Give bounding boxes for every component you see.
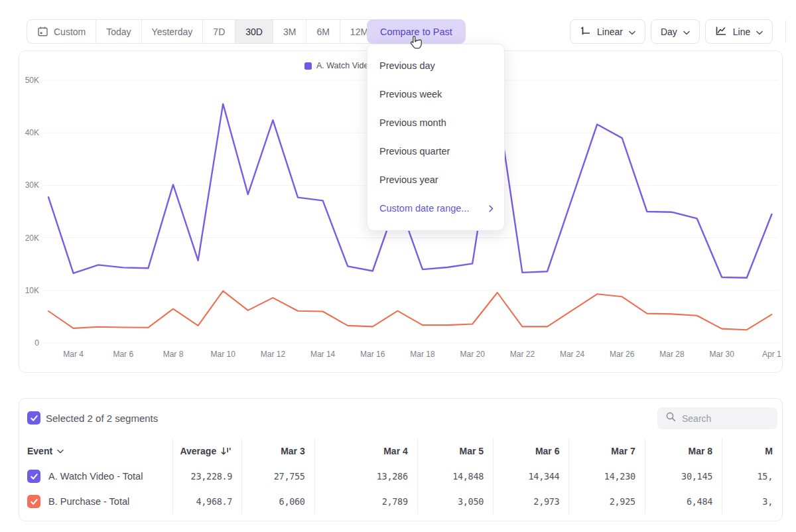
chart-type-dropdown-button[interactable]: Line [705,19,773,44]
legend-label: A. Watch Video [316,61,373,70]
chart-type-label: Line [733,27,750,37]
x-axis-tick: Apr 1 [762,350,781,359]
range-button-30d[interactable]: 30D [235,20,273,43]
value-cell: 23,228.9 [172,464,242,489]
chevron-down-icon [756,27,763,37]
range-button-custom[interactable]: Custom [27,20,96,43]
x-axis-tick: Mar 16 [360,350,385,359]
segments-table: EventAverageMar 3Mar 4Mar 5Mar 6Mar 7Mar… [19,438,782,514]
value-cell: 3,050 [417,489,493,514]
column-header-mar-7: Mar 7 [569,438,645,464]
chevron-right-icon [489,205,494,212]
column-header-label: Event [27,446,52,456]
range-button-3m[interactable]: 3M [273,20,306,43]
column-header-mar-3: Mar 3 [242,438,315,464]
chevron-down-icon [57,449,64,454]
menu-item-previous-year[interactable]: Previous year [367,166,504,194]
column-header-mar-5: Mar 5 [417,438,493,464]
x-axis-tick: Mar 6 [113,350,133,359]
x-axis-tick: Mar 14 [310,350,336,359]
range-button-label: 7D [213,27,225,37]
column-header-mar-6: Mar 6 [494,438,569,464]
value-cell: 2,789 [314,489,417,514]
range-button-today[interactable]: Today [96,20,141,43]
value-cell: 2,925 [569,489,645,514]
menu-item-previous-month[interactable]: Previous month [367,109,504,137]
legend-swatch [304,62,312,70]
chevron-down-icon [629,27,635,37]
date-range-segmented-control: CustomTodayYesterday7D30D3M6M12M [27,19,379,44]
menu-item-custom-date-range[interactable]: Custom date range... [367,194,504,223]
sort-descending-icon [221,446,232,456]
value-cell: 2,973 [494,489,569,514]
x-axis-tick: Mar 26 [610,350,635,359]
x-axis-tick: Mar 12 [261,350,286,359]
search-input[interactable] [682,413,768,424]
column-header-label: Average [180,446,216,456]
menu-item-previous-week[interactable]: Previous week [367,80,504,109]
x-axis-tick: Mar 22 [510,350,535,359]
y-axis-tick: 40K [25,128,39,137]
segment-checkbox[interactable] [27,495,40,508]
column-header-mar-4: Mar 4 [314,438,417,464]
calendar-icon [37,26,48,37]
interval-dropdown-button[interactable]: Day [651,19,700,44]
scale-label: Linear [597,27,623,37]
clipped-control-edge [785,21,786,42]
y-axis-tick: 20K [25,233,39,243]
compare-to-past-menu: Previous dayPrevious weekPrevious monthP… [367,44,505,231]
search-box[interactable] [657,407,777,429]
line-chart-icon [715,26,727,38]
column-header-average[interactable]: Average [172,438,242,464]
interval-label: Day [661,27,677,37]
scale-dropdown-button[interactable]: Linear [570,19,645,44]
range-button-yesterday[interactable]: Yesterday [141,20,203,43]
x-axis-tick: Mar 28 [659,350,685,359]
table-row: B. Purchase - Total4,968.76,0602,7893,05… [19,489,782,514]
axis-icon [580,25,591,38]
range-button-label: Yesterday [152,27,193,37]
range-button-label: Today [106,27,131,37]
table-row: A. Watch Video - Total23,228.927,75513,2… [19,464,782,489]
column-header-m: M [722,438,782,464]
x-axis-tick: Mar 10 [211,350,236,359]
value-cell: 13,286 [314,464,417,489]
value-cell: 27,755 [242,464,315,489]
segments-panel: Selected 2 of 2 segments EventAverageMar… [19,398,783,521]
segment-label: B. Purchase - Total [48,496,129,507]
value-cell: 6,060 [242,489,315,514]
chart-legend: A. Watch Video [304,61,373,70]
value-cell: 4,968.7 [172,489,242,514]
value-cell: 6,484 [645,489,722,514]
x-axis-tick: Mar 20 [460,350,486,359]
menu-item-previous-quarter[interactable]: Previous quarter [367,137,504,166]
range-button-7d[interactable]: 7D [202,20,235,43]
y-axis-tick: 0 [34,338,39,348]
range-button-label: 12M [350,27,368,37]
mouse-cursor-pointer [408,34,424,54]
value-cell: 14,230 [569,464,645,489]
chart-controls: Linear Day Line [570,19,773,44]
column-header-event[interactable]: Event [19,438,172,464]
value-cell: 30,145 [645,464,722,489]
x-axis-tick: Mar 8 [163,350,184,359]
segment-label: A. Watch Video - Total [48,471,143,482]
selected-segments-label: Selected 2 of 2 segments [46,413,158,424]
column-header-mar-8: Mar 8 [645,438,722,464]
segment-checkbox[interactable] [27,470,40,483]
series-line-b-purchase[interactable] [48,291,771,330]
value-cell: 14,848 [417,464,493,489]
select-all-checkbox[interactable] [27,411,40,425]
x-axis-tick: Mar 18 [410,350,435,359]
range-button-label: 3M [283,27,296,37]
range-button-6m[interactable]: 6M [306,20,339,43]
legend-item[interactable]: A. Watch Video [304,61,373,70]
search-icon [665,411,677,425]
y-axis-tick: 30K [25,180,39,190]
range-button-label: 6M [316,27,329,37]
value-cell: 14,344 [494,464,569,489]
x-axis-tick: Mar 4 [63,350,84,359]
menu-item-previous-day[interactable]: Previous day [367,52,504,80]
value-cell: 15, [722,464,782,489]
value-cell: 3, [722,489,782,514]
